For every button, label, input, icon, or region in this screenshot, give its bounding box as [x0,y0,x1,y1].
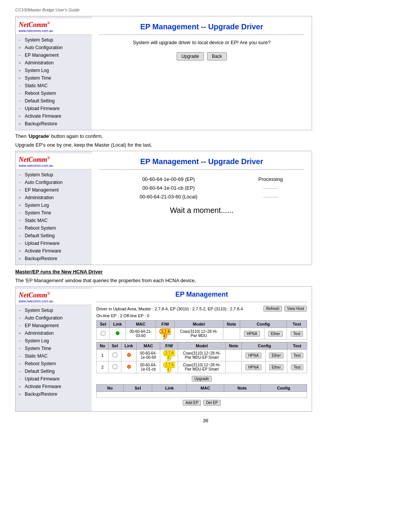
nav-item-auto-configuration[interactable]: −Auto Configuration [16,179,92,186]
ep-row-1: 1 00-60-64-1e-00-69 2.7.8-4 Coax(3110) 1… [97,350,307,361]
nav-item-activate-firmware[interactable]: +Activate Firmware [16,112,92,120]
ep2-hpna-button[interactable]: HPNA [245,364,261,370]
master-checkbox[interactable] [101,331,105,335]
nav-icon: − [19,188,23,192]
nav-item-ep-management[interactable]: −EP Management [16,186,92,194]
nav-item-system-time[interactable]: +System Time [16,74,92,82]
nav-item-reboot-system[interactable]: −Reboot System [16,89,92,97]
ep1-sel [108,350,121,361]
ep1-ether-button[interactable]: Ether [269,353,284,358]
th-sel-ep: Sel [108,342,121,350]
nav-item-default-setting[interactable]: −Default Setting [16,367,92,375]
panel-3-main: EP Management Driver in Upload Area, Mas… [92,287,312,411]
ep-mac-cell: 00-60-64-1e-01-cb (EP) [100,184,237,192]
nav-label: Activate Firmware [25,113,61,119]
nav-item-administration[interactable]: +Administration [16,194,92,201]
nav-item-static-mac[interactable]: −Static MAC [16,352,92,360]
nav-label: System Log [25,68,49,73]
nav-icon: + [19,331,23,335]
online-info: On-line EP : 2 Off-line EP : 0 [96,313,307,318]
nav-label: Auto Configuration [25,315,62,321]
master-mac: 00-60-64-21-03-60 [126,328,156,340]
add-ep-button[interactable]: Add EP [183,400,201,406]
master-ether-button[interactable]: Ether [268,331,283,337]
nav-icon: − [19,84,23,88]
nav-3: −System Setup−Auto Configuration−EP Mana… [16,307,92,398]
nav-item-activate-firmware[interactable]: +Activate Firmware [16,247,92,255]
th-fw: F/W [156,321,175,328]
nav-item-system-time[interactable]: −System Time [16,345,92,352]
upgrade-row: Upgrade [96,375,307,382]
ep-status-cell: Processing [238,175,303,183]
nav-item-auto-configuration[interactable]: −Auto Configuration [16,314,92,322]
ep1-hpna-button[interactable]: HPNA [245,353,261,358]
nav-label: Default Setting [25,233,55,238]
ep1-checkbox[interactable] [113,353,117,357]
nav-item-default-setting[interactable]: −Default Setting [16,232,92,240]
upgrade-button-1[interactable]: Upgrade [177,52,204,61]
nav-item-upload-firmware[interactable]: −Upload Firmware [16,240,92,247]
nav-label: System Log [25,338,49,343]
nav-item-default-setting[interactable]: −Default Setting [16,97,92,105]
ep2-checkbox[interactable] [113,364,117,369]
nav-item-system-setup[interactable]: −System Setup [16,171,92,179]
nav-item-backup/restore[interactable]: +Backup/Restore [16,120,92,128]
nav-item-backup/restore[interactable]: +Backup/Restore [16,390,92,398]
nav-item-reboot-system[interactable]: −Reboot System [16,224,92,232]
nav-item-administration[interactable]: +Administration [16,329,92,337]
offline-empty-row [97,392,307,398]
nav-item-administration[interactable]: +Administration [16,59,92,67]
ep2-ether-button[interactable]: Ether [269,364,284,370]
nav-item-static-mac[interactable]: −Static MAC [16,82,92,89]
master-row: 00-60-64-21-03-60 2.7.8-4 Coax(3110) 12~… [97,328,307,340]
ep2-test-button[interactable]: Test [291,364,303,370]
ep-processing-row: 00-60-64-21-03-60 (Local)--------- [100,193,303,201]
logo-reg-2: ® [47,156,50,160]
ep-processing-row: 00-60-64-1e-00-69 (EP)Processing [100,175,303,183]
refresh-button[interactable]: Refresh [263,306,282,312]
th-link-off: Link [152,385,187,392]
nav-item-system-setup[interactable]: −System Setup [16,36,92,44]
nav-item-ep-management[interactable]: −EP Management [16,51,92,59]
nav-item-system-log[interactable]: +System Log [16,201,92,209]
nav-icon: + [19,203,23,208]
logo-1: NetComm® www.netcomm.com.au [16,19,92,35]
nav-item-upload-firmware[interactable]: −Upload Firmware [16,375,92,383]
nav-item-backup/restore[interactable]: +Backup/Restore [16,255,92,262]
nav-label: Backup/Restore [25,256,57,261]
back-button-1[interactable]: Back [207,52,227,61]
nav-icon: − [19,181,23,185]
nav-label: Static MAC [25,353,48,359]
nav-icon: + [19,76,23,80]
nav-label: Reboot System [25,91,56,96]
nav-item-system-time[interactable]: −System Time [16,209,92,217]
del-ep-button[interactable]: Del EP [203,400,220,406]
master-hpna-button[interactable]: HPNA [244,331,260,337]
view-host-button[interactable]: View Host [284,306,307,312]
master-test-button[interactable]: Test [291,331,303,337]
nav-icon: − [19,53,23,58]
between-text-3: The 'EP Management' window that queries … [15,278,396,283]
nav-item-auto-configuration[interactable]: +Auto Configuration [16,44,92,51]
upgrade-button-3[interactable]: Upgrade [192,376,212,382]
nav-item-system-log[interactable]: +System Log [16,67,92,74]
nav-icon: − [19,107,23,111]
th-sel-off: Sel [123,385,152,392]
nav-item-ep-management[interactable]: −EP Management [16,322,92,329]
nav-label: Default Setting [25,369,55,374]
ep2-mac: 00-60-64-1e-01-cb [137,361,160,373]
nav-item-system-log[interactable]: −System Log [16,337,92,345]
ep1-test-button[interactable]: Test [291,353,303,358]
nav-icon: − [19,369,23,374]
nav-item-upload-firmware[interactable]: −Upload Firmware [16,105,92,112]
nav-icon: − [19,38,23,42]
nav-item-system-setup[interactable]: −System Setup [16,307,92,314]
nav-item-reboot-system[interactable]: −Reboot System [16,360,92,367]
nav-label: System Setup [25,308,53,313]
nav-2: −System Setup−Auto Configuration−EP Mana… [16,171,92,262]
nav-label: Static MAC [25,218,48,223]
offline-table: No Sel Link MAC Note Config [96,384,307,398]
nav-label: Administration [25,331,54,336]
nav-item-static-mac[interactable]: −Static MAC [16,217,92,224]
nav-item-activate-firmware[interactable]: +Activate Firmware [16,383,92,390]
